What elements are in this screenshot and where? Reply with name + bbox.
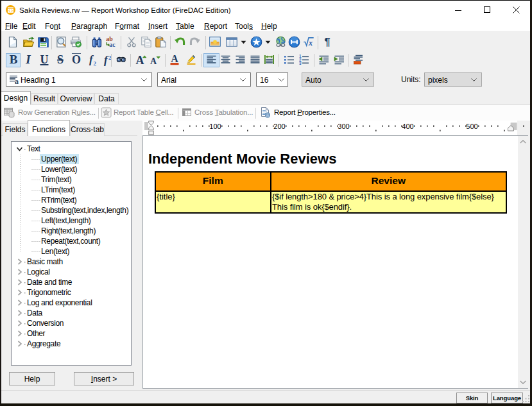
svg-text:¶: ¶ xyxy=(325,37,330,48)
svg-text:200: 200 xyxy=(273,123,285,130)
svg-text:100: 100 xyxy=(209,123,221,130)
svg-text:x: x xyxy=(308,38,313,47)
svg-text:O: O xyxy=(71,53,80,66)
svg-text:400: 400 xyxy=(402,123,413,130)
svg-text:A: A xyxy=(150,56,157,66)
svg-text:B: B xyxy=(9,53,17,66)
svg-text:2: 2 xyxy=(93,60,96,66)
svg-text:3: 3 xyxy=(299,61,302,65)
svg-text:ac: ac xyxy=(109,41,116,48)
svg-text:A: A xyxy=(171,53,178,64)
svg-text:500: 500 xyxy=(466,123,477,130)
svg-text:I: I xyxy=(25,53,31,66)
svg-text:U: U xyxy=(40,53,49,66)
svg-text:a: a xyxy=(15,77,19,85)
svg-text:S: S xyxy=(57,53,64,66)
svg-text:300: 300 xyxy=(338,123,349,130)
svg-text:A: A xyxy=(136,54,144,66)
